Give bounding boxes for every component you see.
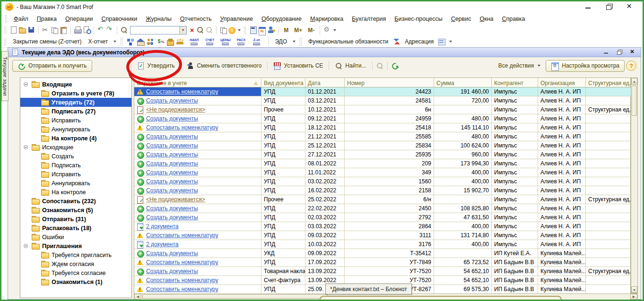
tree-item-9[interactable]: Подписать	[20, 161, 131, 170]
partners-icon[interactable]	[147, 38, 155, 46]
table-row-16[interactable]: Сопоставить номенклатуруУПД09.03.2022311…	[134, 231, 630, 240]
action-link[interactable]: Создать документы	[146, 169, 198, 176]
chevron-down-icon[interactable]	[293, 41, 296, 43]
help-button[interactable]: ?	[626, 60, 636, 71]
table-row-0[interactable]: Сопоставить номенклатуруУПД01.12.2021244…	[134, 87, 630, 96]
print-icon[interactable]	[74, 26, 82, 34]
tree-item-14[interactable]: Ознакомиться (5)	[20, 206, 131, 215]
action-link[interactable]: <Не поддерживается>	[146, 196, 205, 203]
tree-item-19[interactable]: Требуется пригласить	[20, 250, 131, 259]
calendar-icon[interactable]	[258, 26, 266, 34]
tree-item-0[interactable]: Входящие	[20, 80, 131, 89]
table-row-7[interactable]: Создать документыУПД27.12.202125935960,0…	[134, 150, 630, 159]
scrollbar-thumb[interactable]	[632, 86, 637, 116]
table-row-20[interactable]: Создать документыТоварная накла...13.09.…	[134, 267, 630, 276]
info-icon[interactable]	[228, 27, 235, 34]
action-link[interactable]: Сопоставить номенклатуру	[146, 88, 218, 95]
action-link[interactable]: Сопоставить номенклатуру	[146, 277, 218, 284]
tree-item-17[interactable]: Ошибки	[20, 232, 131, 241]
toolbar-grip[interactable]	[300, 38, 302, 46]
column-header-5[interactable]: Контрагент	[492, 78, 538, 87]
save-icon[interactable]	[27, 26, 35, 34]
restore-button-icon[interactable]	[606, 4, 612, 10]
tab-current-tasks[interactable]: Текущие задачи	[1, 51, 9, 101]
table-row-13[interactable]: Создать документыУПД22.02.20222450108 82…	[134, 204, 630, 213]
chevron-down-icon[interactable]	[113, 41, 116, 43]
table-row-14[interactable]: Создать документыУПД02.03.2022279247 631…	[134, 213, 630, 222]
menu-item-10[interactable]: Бизнес-процессы	[390, 14, 446, 24]
tree-item-11[interactable]: Аннулировать	[20, 179, 131, 188]
toolbar-grip[interactable]	[4, 38, 6, 46]
menu-item-1[interactable]: Правка	[33, 14, 61, 24]
table-row-12[interactable]: <Не поддерживается>Прочее25.02.20226/нИм…	[134, 195, 630, 204]
new-document-icon[interactable]	[9, 26, 17, 34]
menu-item-13[interactable]: Справка	[498, 14, 530, 24]
mini-report-button-4[interactable]: Z-от	[249, 38, 264, 45]
tree-item-3[interactable]: Подписать (27)	[20, 107, 131, 116]
clear-find-icon[interactable]	[376, 62, 384, 70]
chevron-down-icon[interactable]	[238, 29, 241, 31]
cut-icon[interactable]	[42, 26, 50, 34]
change-responsible-button[interactable]: Сменить ответственного	[184, 61, 264, 71]
chevron-down-icon[interactable]	[449, 41, 452, 43]
table-row-1[interactable]: Создать документыУПД03.12.202124581720,0…	[134, 96, 630, 105]
addressing-button[interactable]: Адресация	[402, 37, 436, 46]
x-report-button[interactable]: X-отчет	[86, 37, 110, 46]
menu-item-6[interactable]: Управление	[216, 14, 257, 24]
action-link[interactable]: 2 документа	[146, 241, 179, 248]
close-button-icon[interactable]	[627, 4, 633, 10]
all-actions-button[interactable]: Все действия	[496, 61, 544, 70]
action-link[interactable]: Сопоставить номенклатуру	[146, 259, 218, 266]
column-header-2[interactable]: Дата	[305, 78, 345, 87]
table-row-4[interactable]: Сопоставить номенклатуруУПД18.12.2021254…	[134, 123, 630, 132]
collapse-icon[interactable]	[24, 145, 28, 149]
find-button[interactable]: Найти...	[332, 61, 368, 71]
undo-icon[interactable]	[97, 26, 105, 34]
table-row-19[interactable]: Сопоставить номенклатуруУПД17.09.2022УТ-…	[134, 258, 630, 267]
store-icon[interactable]	[137, 38, 145, 46]
menu-item-2[interactable]: Операции	[61, 14, 97, 24]
tree-item-7[interactable]: Исходящие	[20, 143, 131, 152]
find-next-icon[interactable]	[196, 26, 204, 34]
toolbar-grip[interactable]	[5, 15, 7, 23]
table-row-9[interactable]: Создать документыУПД11.01.2022349400,00И…	[134, 168, 630, 177]
action-link[interactable]: Сопоставить номенклатуру	[146, 124, 218, 131]
chevron-down-icon[interactable]	[333, 29, 336, 31]
tree-item-13[interactable]: Сопоставить (232)	[20, 197, 131, 206]
print-preview-icon[interactable]	[83, 26, 91, 34]
table-row-15[interactable]: 2 документаУПД03.03.20222864400,00Импуль…	[134, 222, 630, 231]
column-header-7[interactable]: Структурная ед...	[586, 78, 631, 87]
table-row-18[interactable]: Создать документыУКД09.09.2022Т-35412ИП …	[134, 249, 630, 258]
table-row-5[interactable]: Создать документыУПД21.12.202125585480,0…	[134, 132, 630, 141]
paste-icon[interactable]	[60, 26, 68, 34]
action-link[interactable]: Создать документы	[146, 97, 198, 104]
redo-icon[interactable]	[106, 26, 114, 34]
toolbar-grip[interactable]	[121, 38, 122, 46]
tree-item-16[interactable]: Распаковать (18)	[20, 224, 131, 232]
menu-item-3[interactable]: Справочники	[97, 14, 141, 24]
table-row-3[interactable]: Создать документыУПД09.12.202124959480,0…	[134, 114, 630, 123]
blocks-icon[interactable]	[127, 38, 135, 46]
tree-item-6[interactable]: На контроле (4)	[20, 134, 131, 143]
action-link[interactable]: Создать документы	[146, 250, 198, 257]
view-settings-button[interactable]: Настройка просмотра	[546, 60, 625, 72]
scroll-right-icon[interactable]: ▶	[630, 294, 637, 300]
minimize-icon[interactable]	[603, 50, 609, 54]
memory-button[interactable]: M	[281, 27, 291, 34]
scroll-left-icon[interactable]: ◀	[134, 294, 141, 300]
settings-wrench-icon[interactable]	[323, 26, 331, 34]
tree-item-5[interactable]: Аннулировать	[20, 125, 131, 134]
archive-box-icon[interactable]	[166, 38, 174, 46]
action-link[interactable]: Сопоставить номенклатуру	[146, 286, 218, 292]
tree-item-1[interactable]: Отразить в учете (78)	[20, 89, 131, 98]
open-icon[interactable]	[18, 26, 26, 34]
table-row-10[interactable]: Создать документыУПД03.02.20221560400,00…	[134, 177, 630, 186]
minimize-button-icon[interactable]	[585, 4, 592, 10]
set-ce-button[interactable]: Установить СЕ	[271, 61, 325, 71]
toolbar-grip[interactable]	[244, 26, 246, 34]
tree-item-20[interactable]: Ждем согласия	[20, 259, 131, 268]
table-row-8[interactable]: Создать документыУПД08.01.2022209173 994…	[134, 159, 630, 168]
action-link[interactable]: Создать документы	[146, 142, 198, 149]
toolbar-grip[interactable]	[4, 26, 6, 34]
memory-plus-button[interactable]: M+	[292, 27, 305, 34]
